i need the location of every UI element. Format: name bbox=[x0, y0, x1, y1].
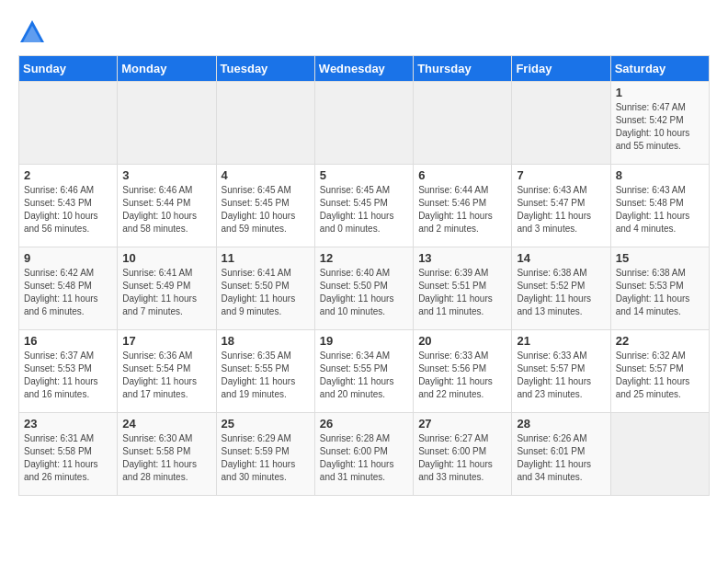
calendar-cell bbox=[19, 82, 118, 165]
day-number: 7 bbox=[517, 168, 605, 182]
calendar-cell bbox=[216, 82, 314, 165]
calendar-cell: 14Sunrise: 6:38 AM Sunset: 5:52 PM Dayli… bbox=[512, 247, 610, 330]
day-number: 6 bbox=[418, 168, 506, 182]
day-number: 19 bbox=[320, 334, 408, 348]
logo bbox=[18, 18, 48, 46]
day-header-tuesday: Tuesday bbox=[216, 56, 314, 82]
day-info: Sunrise: 6:29 AM Sunset: 5:59 PM Dayligh… bbox=[222, 432, 310, 484]
calendar-cell: 11Sunrise: 6:41 AM Sunset: 5:50 PM Dayli… bbox=[216, 247, 314, 330]
day-info: Sunrise: 6:44 AM Sunset: 5:46 PM Dayligh… bbox=[418, 184, 506, 236]
day-number: 5 bbox=[320, 168, 408, 182]
day-number: 16 bbox=[24, 334, 112, 348]
calendar-cell: 27Sunrise: 6:27 AM Sunset: 6:00 PM Dayli… bbox=[414, 413, 512, 496]
day-number: 24 bbox=[122, 417, 210, 431]
day-info: Sunrise: 6:34 AM Sunset: 5:55 PM Dayligh… bbox=[320, 350, 408, 401]
day-info: Sunrise: 6:46 AM Sunset: 5:43 PM Dayligh… bbox=[24, 184, 112, 236]
calendar-cell: 9Sunrise: 6:42 AM Sunset: 5:48 PM Daylig… bbox=[19, 247, 118, 330]
calendar-cell: 24Sunrise: 6:30 AM Sunset: 5:58 PM Dayli… bbox=[118, 413, 216, 496]
day-info: Sunrise: 6:26 AM Sunset: 6:01 PM Dayligh… bbox=[517, 432, 605, 484]
day-info: Sunrise: 6:27 AM Sunset: 6:00 PM Dayligh… bbox=[418, 432, 506, 484]
calendar-cell: 19Sunrise: 6:34 AM Sunset: 5:55 PM Dayli… bbox=[314, 330, 413, 413]
calendar-cell: 25Sunrise: 6:29 AM Sunset: 5:59 PM Dayli… bbox=[216, 413, 314, 496]
calendar-week-5: 23Sunrise: 6:31 AM Sunset: 5:58 PM Dayli… bbox=[19, 413, 710, 496]
calendar-cell: 18Sunrise: 6:35 AM Sunset: 5:55 PM Dayli… bbox=[216, 330, 314, 413]
day-number: 2 bbox=[24, 168, 112, 182]
calendar-cell: 13Sunrise: 6:39 AM Sunset: 5:51 PM Dayli… bbox=[414, 247, 512, 330]
day-header-thursday: Thursday bbox=[414, 56, 512, 82]
logo-icon bbox=[18, 18, 46, 46]
day-number: 12 bbox=[320, 251, 408, 265]
calendar-cell: 12Sunrise: 6:40 AM Sunset: 5:50 PM Dayli… bbox=[314, 247, 413, 330]
day-info: Sunrise: 6:42 AM Sunset: 5:48 PM Dayligh… bbox=[24, 267, 112, 318]
day-header-sunday: Sunday bbox=[19, 56, 118, 82]
day-info: Sunrise: 6:41 AM Sunset: 5:49 PM Dayligh… bbox=[122, 267, 210, 318]
calendar-cell bbox=[314, 82, 413, 165]
day-info: Sunrise: 6:28 AM Sunset: 6:00 PM Dayligh… bbox=[320, 432, 408, 484]
calendar: SundayMondayTuesdayWednesdayThursdayFrid… bbox=[18, 55, 710, 496]
calendar-cell: 7Sunrise: 6:43 AM Sunset: 5:47 PM Daylig… bbox=[512, 165, 610, 247]
day-number: 27 bbox=[418, 417, 506, 431]
calendar-cell: 10Sunrise: 6:41 AM Sunset: 5:49 PM Dayli… bbox=[118, 247, 216, 330]
calendar-cell: 15Sunrise: 6:38 AM Sunset: 5:53 PM Dayli… bbox=[610, 247, 709, 330]
day-header-wednesday: Wednesday bbox=[314, 56, 413, 82]
calendar-week-2: 2Sunrise: 6:46 AM Sunset: 5:43 PM Daylig… bbox=[19, 165, 710, 247]
day-info: Sunrise: 6:47 AM Sunset: 5:42 PM Dayligh… bbox=[616, 101, 704, 153]
calendar-cell: 26Sunrise: 6:28 AM Sunset: 6:00 PM Dayli… bbox=[314, 413, 413, 496]
day-number: 17 bbox=[122, 334, 210, 348]
day-info: Sunrise: 6:35 AM Sunset: 5:55 PM Dayligh… bbox=[222, 350, 310, 401]
calendar-cell: 17Sunrise: 6:36 AM Sunset: 5:54 PM Dayli… bbox=[118, 330, 216, 413]
day-number: 22 bbox=[616, 334, 704, 348]
calendar-cell bbox=[118, 82, 216, 165]
calendar-cell bbox=[414, 82, 512, 165]
calendar-week-3: 9Sunrise: 6:42 AM Sunset: 5:48 PM Daylig… bbox=[19, 247, 710, 330]
day-info: Sunrise: 6:39 AM Sunset: 5:51 PM Dayligh… bbox=[418, 267, 506, 318]
day-number: 14 bbox=[517, 251, 605, 265]
day-header-monday: Monday bbox=[118, 56, 216, 82]
calendar-cell: 16Sunrise: 6:37 AM Sunset: 5:53 PM Dayli… bbox=[19, 330, 118, 413]
day-info: Sunrise: 6:36 AM Sunset: 5:54 PM Dayligh… bbox=[122, 350, 210, 401]
day-info: Sunrise: 6:43 AM Sunset: 5:47 PM Dayligh… bbox=[517, 184, 605, 236]
calendar-week-4: 16Sunrise: 6:37 AM Sunset: 5:53 PM Dayli… bbox=[19, 330, 710, 413]
day-number: 9 bbox=[24, 251, 112, 265]
day-info: Sunrise: 6:33 AM Sunset: 5:57 PM Dayligh… bbox=[517, 350, 605, 401]
day-info: Sunrise: 6:45 AM Sunset: 5:45 PM Dayligh… bbox=[320, 184, 408, 236]
day-number: 20 bbox=[418, 334, 506, 348]
day-number: 3 bbox=[122, 168, 210, 182]
day-number: 10 bbox=[122, 251, 210, 265]
day-info: Sunrise: 6:40 AM Sunset: 5:50 PM Dayligh… bbox=[320, 267, 408, 318]
day-number: 8 bbox=[616, 168, 704, 182]
day-number: 1 bbox=[616, 86, 704, 99]
page-header bbox=[18, 18, 710, 46]
day-info: Sunrise: 6:46 AM Sunset: 5:44 PM Dayligh… bbox=[122, 184, 210, 236]
day-info: Sunrise: 6:32 AM Sunset: 5:57 PM Dayligh… bbox=[616, 350, 704, 401]
calendar-cell: 8Sunrise: 6:43 AM Sunset: 5:48 PM Daylig… bbox=[610, 165, 709, 247]
day-number: 13 bbox=[418, 251, 506, 265]
day-number: 11 bbox=[222, 251, 310, 265]
calendar-cell: 28Sunrise: 6:26 AM Sunset: 6:01 PM Dayli… bbox=[512, 413, 610, 496]
calendar-cell: 23Sunrise: 6:31 AM Sunset: 5:58 PM Dayli… bbox=[19, 413, 118, 496]
day-info: Sunrise: 6:31 AM Sunset: 5:58 PM Dayligh… bbox=[24, 432, 112, 484]
day-info: Sunrise: 6:38 AM Sunset: 5:52 PM Dayligh… bbox=[517, 267, 605, 318]
day-info: Sunrise: 6:38 AM Sunset: 5:53 PM Dayligh… bbox=[616, 267, 704, 318]
calendar-cell: 20Sunrise: 6:33 AM Sunset: 5:56 PM Dayli… bbox=[414, 330, 512, 413]
day-number: 18 bbox=[222, 334, 310, 348]
day-number: 21 bbox=[517, 334, 605, 348]
calendar-cell bbox=[512, 82, 610, 165]
calendar-cell: 4Sunrise: 6:45 AM Sunset: 5:45 PM Daylig… bbox=[216, 165, 314, 247]
day-info: Sunrise: 6:33 AM Sunset: 5:56 PM Dayligh… bbox=[418, 350, 506, 401]
day-number: 15 bbox=[616, 251, 704, 265]
calendar-cell: 21Sunrise: 6:33 AM Sunset: 5:57 PM Dayli… bbox=[512, 330, 610, 413]
day-number: 28 bbox=[517, 417, 605, 431]
calendar-cell: 2Sunrise: 6:46 AM Sunset: 5:43 PM Daylig… bbox=[19, 165, 118, 247]
calendar-cell: 22Sunrise: 6:32 AM Sunset: 5:57 PM Dayli… bbox=[610, 330, 709, 413]
calendar-cell: 5Sunrise: 6:45 AM Sunset: 5:45 PM Daylig… bbox=[314, 165, 413, 247]
calendar-cell bbox=[610, 413, 709, 496]
day-header-friday: Friday bbox=[512, 56, 610, 82]
day-info: Sunrise: 6:41 AM Sunset: 5:50 PM Dayligh… bbox=[222, 267, 310, 318]
day-info: Sunrise: 6:30 AM Sunset: 5:58 PM Dayligh… bbox=[122, 432, 210, 484]
calendar-cell: 6Sunrise: 6:44 AM Sunset: 5:46 PM Daylig… bbox=[414, 165, 512, 247]
day-number: 25 bbox=[222, 417, 310, 431]
day-info: Sunrise: 6:37 AM Sunset: 5:53 PM Dayligh… bbox=[24, 350, 112, 401]
calendar-week-1: 1Sunrise: 6:47 AM Sunset: 5:42 PM Daylig… bbox=[19, 82, 710, 165]
day-info: Sunrise: 6:45 AM Sunset: 5:45 PM Dayligh… bbox=[222, 184, 310, 236]
